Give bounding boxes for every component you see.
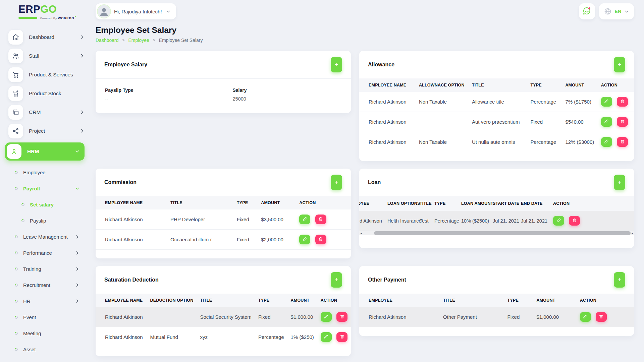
column-header: ACTION [317,294,351,307]
other_payment-data-table: EMPLOYEETITLETYPEAMOUNTACTIONRichard Atk… [359,294,634,327]
sidebar-item-payroll[interactable]: Payroll [0,181,91,197]
other-payment-table: EMPLOYEETITLETYPEAMOUNTACTIONRichard Atk… [359,294,634,327]
row-actions [296,230,351,250]
sidebar-item-product-stock[interactable]: Product Stock [8,86,85,101]
sidebar-item-event[interactable]: Event [0,309,91,325]
column-header: TYPE [255,294,287,307]
sidebar-item-performance[interactable]: Performance [0,245,91,261]
sidebar-item-meeting[interactable]: Meeting [0,325,91,342]
sidebar-item-recruitment[interactable]: Recruitment [0,277,91,293]
pencil-icon [604,119,609,125]
delete-button[interactable] [596,312,607,322]
sidebar-item-crm[interactable]: CRM [8,105,85,120]
sidebar-item-hrm[interactable]: HRM [5,142,85,161]
add-button[interactable]: + [614,57,625,72]
card-footer [359,152,634,161]
table-row: Richard AtkinsonNon TaxableUt nulla aute… [359,132,634,152]
delete-button[interactable] [336,332,347,342]
card-footer [359,327,634,336]
sidebar-item-product-services[interactable]: Product & Services [8,67,85,82]
row-actions [598,132,634,152]
allowance-card: Allowance + EMPLOYEE NAMEALLOWNACE OPTIO… [359,51,634,161]
delete-button[interactable] [617,117,628,127]
sidebar-item-asset[interactable]: Asset [0,342,91,358]
breadcrumb-link-employee[interactable]: Employee [128,38,149,43]
bullet-icon [14,331,18,336]
chevron-right-icon [79,128,85,133]
page-title: Employee Set Salary [96,25,634,35]
sidebar-item-training[interactable]: Training [0,261,91,277]
sidebar-item-payslip[interactable]: Payslip [0,213,91,229]
card-footer [96,347,351,356]
chevron-right-icon [79,35,85,40]
language-selector[interactable]: EN [599,3,634,19]
sidebar-item-project[interactable]: Project [8,124,85,138]
card-title: Saturation Deduction [104,277,159,283]
edit-button[interactable] [601,137,612,147]
column-header: EMPLOYEE NAME [96,196,167,209]
allowance-data-table: EMPLOYEE NAMEALLOWNACE OPTIONTITLETYPEAM… [359,78,634,152]
avatar [98,5,110,18]
delete-button[interactable] [336,312,347,322]
add-button[interactable]: + [614,175,625,190]
chevron-down-icon [166,9,171,14]
pencil-icon [324,334,328,340]
add-button[interactable]: + [331,57,342,72]
trash-icon [620,139,625,145]
chevron-down-icon [624,9,629,14]
cards-grid: Employee Salary + Payslip Type -- Salary… [96,51,634,362]
scrollbar-thumb[interactable] [374,231,631,235]
sidebar-nav: Dashboard Staff Product & Services Produ… [0,30,91,358]
row-actions [577,307,634,327]
delete-button[interactable] [617,97,628,107]
sidebar-item-leave-management[interactable]: Leave Management [0,229,91,245]
delete-button[interactable] [315,235,326,244]
chevron-right-icon [75,299,80,304]
sidebar-item-dashboard[interactable]: Dashboard [8,30,85,45]
column-header: TITLE [197,294,255,307]
table-row: Richard AtkinsonPHP DeveloperFixed$3,500… [96,209,351,230]
add-button[interactable]: + [331,272,342,288]
delete-button[interactable] [617,137,628,147]
edit-button[interactable] [601,117,612,127]
column-header: ACTION [296,196,351,209]
sidebar-item-set-salary[interactable]: Set salary [0,197,91,213]
edit-button[interactable] [321,312,332,322]
messenger-button[interactable] [579,3,595,19]
table-row: Richard AtkinsonNon TaxableAllowance tit… [359,92,634,112]
sidebar-item-hr[interactable]: HR [0,293,91,309]
language-code: EN [615,9,621,14]
delete-button[interactable] [569,216,580,226]
card-title: Allowance [368,62,394,68]
plus-icon: + [334,61,338,68]
column-header: LOAN AMOUNT [460,196,491,211]
column-header: DEDUCTION OPTION [147,294,197,307]
brand-logo[interactable]: ERPGO Powered By WORKDO [0,4,91,20]
edit-button[interactable] [299,215,310,224]
trash-icon [620,119,625,125]
card-title: Employee Salary [104,62,147,68]
bullet-icon [21,202,25,207]
edit-button[interactable] [580,312,591,322]
saturation-deduction-card: Saturation Deduction + EMPLOYEE NAMEDEDU… [96,266,351,356]
pencil-icon [583,314,588,320]
user-menu[interactable]: Hi, Rajodiya Infotech! [96,3,176,19]
edit-button[interactable] [299,235,310,244]
horizontal-scrollbar[interactable] [359,231,634,235]
table-row: Richard AtkinsonHelth InsuranceTestPerce… [359,211,634,231]
edit-button[interactable] [601,97,612,107]
breadcrumb-link-dashboard[interactable]: Dashboard [96,38,119,43]
sidebar-item-employee[interactable]: Employee [0,165,91,181]
bullet-icon [14,299,18,303]
sidebar-item-staff[interactable]: Staff [8,49,85,63]
delete-button[interactable] [315,215,326,224]
main-content: Hi, Rajodiya Infotech! EN Employee Set S… [91,0,644,362]
add-button[interactable]: + [614,272,625,288]
powered-by: Powered By WORKDO [18,16,91,20]
column-header: TITLE [440,294,504,307]
add-button[interactable]: + [331,175,342,190]
card-footer [96,250,351,258]
edit-button[interactable] [553,216,564,226]
edit-button[interactable] [321,332,332,342]
breadcrumb: Dashboard > Employee > Employee Set Sala… [96,38,634,43]
